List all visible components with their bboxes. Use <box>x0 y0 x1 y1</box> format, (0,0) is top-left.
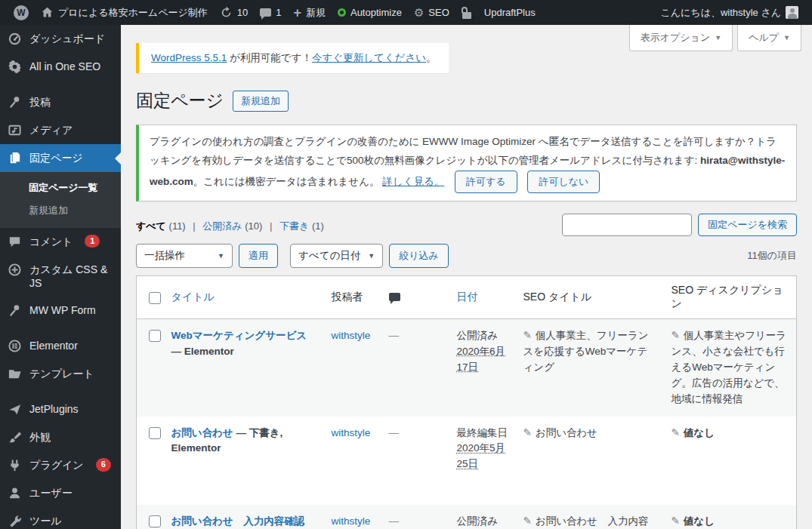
apply-button[interactable]: 適用 <box>239 244 278 268</box>
sidebar-item-templates[interactable]: テンプレート <box>0 360 121 388</box>
post-status: 最終編集日 <box>457 427 508 438</box>
comment-count-cell: — <box>389 515 400 527</box>
my-account-menu[interactable]: こんにちは、withstyle さん <box>654 0 804 25</box>
date-filter-select[interactable]: すべての日付 ▼ <box>290 244 383 268</box>
edit-pencil-icon[interactable]: ✎ <box>672 330 680 341</box>
sidebar-item-elementor[interactable]: Elementor <box>0 332 121 360</box>
ewww-optimizer-notice: プラグインの使われ方の調査とプラグインの改善のために EWWW Image Op… <box>136 125 797 201</box>
plus-icon: + <box>293 6 301 20</box>
seo-title-value: お問い合わせ <box>536 427 597 438</box>
autoptimize-menu[interactable]: Autoptimize <box>332 0 408 25</box>
column-header-title[interactable]: タイトル <box>164 275 324 318</box>
seo-description-value: 値なし <box>684 427 715 438</box>
comment-icon <box>389 293 400 301</box>
dashboard-icon <box>8 32 22 46</box>
comment-count: 1 <box>276 7 281 18</box>
add-new-page-button[interactable]: 新規追加 <box>233 91 289 112</box>
row-checkbox[interactable] <box>149 515 161 527</box>
sidebar-item-media[interactable]: メディア <box>0 116 121 144</box>
row-checkbox[interactable] <box>149 427 161 439</box>
admin-bar: W プロによる格安ホームページ制作 10 1 + 新規 Autoptimize … <box>0 0 812 25</box>
sidebar-item-label: ユーザー <box>29 486 73 500</box>
gear-icon <box>8 60 22 74</box>
seo-description-value: 値なし <box>684 515 715 527</box>
sidebar-item-pages[interactable]: 固定ページ <box>0 144 121 172</box>
deny-button[interactable]: 許可しない <box>527 171 600 193</box>
chevron-down-icon: ▼ <box>218 252 224 260</box>
site-name-menu[interactable]: プロによる格安ホームページ制作 <box>35 0 214 25</box>
sidebar-item-dashboard[interactable]: ダッシュボード <box>0 25 121 53</box>
updates-menu[interactable]: 10 <box>214 0 254 25</box>
sidebar-item-mw-wp-form[interactable]: MW WP Form <box>0 297 121 324</box>
column-header-seo-description: SEO ディスクリプション <box>664 275 797 318</box>
edit-pencil-icon[interactable]: ✎ <box>523 330 532 341</box>
user-icon <box>8 486 22 500</box>
submenu-item-all-pages[interactable]: 固定ページ一覧 <box>0 177 121 199</box>
comments-menu[interactable]: 1 <box>254 0 287 25</box>
sidebar-item-label: プラグイン <box>29 458 84 472</box>
submenu-item-add-new[interactable]: 新規追加 <box>0 199 121 222</box>
edit-pencil-icon[interactable]: ✎ <box>523 515 532 527</box>
edit-pencil-icon[interactable]: ✎ <box>523 427 532 438</box>
security-lock-menu[interactable] <box>455 0 478 25</box>
bulk-action-select[interactable]: 一括操作 ▼ <box>136 244 233 268</box>
filter-published-link[interactable]: 公開済み <box>202 220 242 232</box>
sidebar-item-appearance[interactable]: 外観 <box>0 423 121 451</box>
seo-menu[interactable]: ⚙ SEO <box>408 0 455 25</box>
allow-button[interactable]: 許可する <box>455 171 517 193</box>
update-version-link[interactable]: WordPress 5.5.1 <box>151 52 227 63</box>
plug-icon <box>8 458 22 472</box>
updraftplus-label: UpdraftPlus <box>484 7 536 18</box>
comment-count-cell: — <box>389 427 400 438</box>
sidebar-item-tools[interactable]: ツール <box>0 507 121 529</box>
select-all-checkbox[interactable] <box>149 292 161 304</box>
folder-icon <box>8 367 22 381</box>
filter-draft-link[interactable]: 下書き <box>279 220 309 232</box>
screen-options-button[interactable]: 表示オプション ▼ <box>629 25 733 51</box>
wrench-icon <box>8 514 22 528</box>
filter-published-count: (10) <box>245 220 262 232</box>
new-content-menu[interactable]: + 新規 <box>287 0 332 25</box>
sidebar-item-all-in-one-seo[interactable]: All in One SEO <box>0 53 121 81</box>
page-title-link[interactable]: お問い合わせ 入力内容確認 <box>171 515 305 527</box>
learn-more-link[interactable]: 詳しく見る。 <box>382 176 444 187</box>
plus-circle-icon <box>8 263 22 277</box>
sidebar-item-plugins[interactable]: プラグイン 6 <box>0 451 121 479</box>
help-button[interactable]: ヘルプ ▼ <box>737 25 801 51</box>
sidebar-item-posts[interactable]: 投稿 <box>0 88 121 116</box>
search-input[interactable] <box>562 214 692 236</box>
author-link[interactable]: withstyle <box>332 515 371 527</box>
brush-icon <box>8 430 22 444</box>
post-date: 2020年5月25日 <box>457 442 506 469</box>
edit-pencil-icon[interactable]: ✎ <box>672 427 680 438</box>
row-checkbox[interactable] <box>149 330 161 342</box>
pushpin-icon <box>8 303 22 318</box>
sidebar-item-users[interactable]: ユーザー <box>0 479 121 507</box>
column-header-date[interactable]: 日付 <box>449 275 516 318</box>
pages-submenu: 固定ページ一覧 新規追加 <box>0 172 121 228</box>
author-link[interactable]: withstyle <box>332 427 371 438</box>
new-label: 新規 <box>306 6 326 20</box>
filter-all-link[interactable]: すべて <box>136 220 166 232</box>
post-status: 公開済み <box>457 515 498 527</box>
update-now-link[interactable]: 今すぐ更新してください <box>312 52 426 63</box>
edit-pencil-icon[interactable]: ✎ <box>672 515 680 527</box>
page-title-link[interactable]: Webマーケティングサービス <box>171 330 307 341</box>
wp-logo-menu[interactable]: W <box>8 0 35 25</box>
seo-title-value: 個人事業主、フリーランスを応援するWebマーケティング <box>523 330 649 373</box>
search-pages-button[interactable]: 固定ページを検索 <box>698 214 797 236</box>
table-row: Webマーケティングサービス — Elementor withstyle — 公… <box>137 318 797 416</box>
paper-plane-icon <box>8 402 22 417</box>
update-icon <box>220 6 233 19</box>
author-link[interactable]: withstyle <box>332 330 371 341</box>
page-title-link[interactable]: お問い合わせ <box>171 427 233 438</box>
sidebar-item-jetplugins[interactable]: JetPlugins <box>0 395 121 423</box>
update-notice-text: が利用可能です！ <box>227 52 312 63</box>
updraftplus-menu[interactable]: UpdraftPlus <box>478 0 542 25</box>
sidebar-item-comments[interactable]: コメント 1 <box>0 228 121 256</box>
greeting-text: こんにちは、withstyle さん <box>660 6 781 20</box>
sidebar-item-label: JetPlugins <box>29 402 79 416</box>
filter-button[interactable]: 絞り込み <box>389 244 449 268</box>
bulk-action-value: 一括操作 <box>144 249 185 263</box>
sidebar-item-custom-css-js[interactable]: カスタム CSS & JS <box>0 256 121 297</box>
